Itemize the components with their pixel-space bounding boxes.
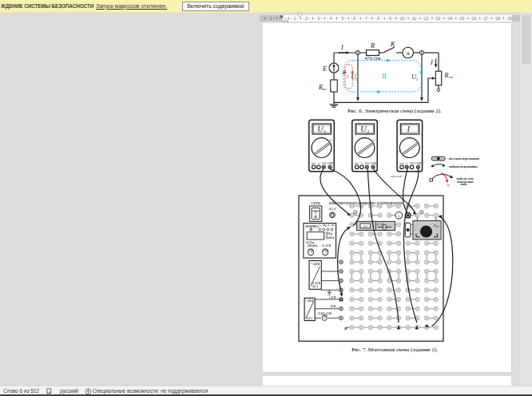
svg-text:Гц: Гц xyxy=(329,232,332,236)
svg-text:0,5 А: 0,5 А xyxy=(329,208,335,211)
svg-text:0,2 А: 0,2 А xyxy=(307,317,313,320)
svg-text:~ 5..15 В: ~ 5..15 В xyxy=(311,282,321,285)
svg-text:V =: V = xyxy=(330,139,334,142)
svg-text:R: R xyxy=(370,42,375,50)
svg-text:–15 В: –15 В xyxy=(328,305,336,308)
svg-text:A: A xyxy=(406,162,408,165)
svg-text:470: 470 xyxy=(363,225,367,228)
svg-text:Рис. 6. Электрическая схема (з: Рис. 6. Электрическая схема (задание 2). xyxy=(347,108,442,114)
svg-text:кр: кр xyxy=(447,184,451,187)
svg-text:1: 1 xyxy=(355,211,356,215)
svg-text:var: var xyxy=(436,225,439,228)
svg-text:0.. 15 В: 0.. 15 В xyxy=(323,244,332,248)
svg-text:K: K xyxy=(390,40,396,48)
svg-text:I: I xyxy=(340,43,344,51)
svg-text:470 Ом: 470 Ом xyxy=(365,55,381,61)
svg-text:кГц: кГц xyxy=(329,236,334,240)
svg-text:I: I xyxy=(346,73,349,80)
svg-text:VΩ: VΩ xyxy=(322,162,327,165)
svg-text:COM: COM xyxy=(370,162,377,165)
svg-text:A =: A = xyxy=(398,150,402,153)
svg-text:I: I xyxy=(430,58,434,66)
svg-text:V =: V = xyxy=(373,139,377,142)
svg-text:2: 2 xyxy=(416,77,419,81)
svg-text:- гибкая перемычка: - гибкая перемычка xyxy=(447,164,478,168)
svg-text:С: С xyxy=(337,287,339,290)
svg-text:СЕТЬ: СЕТЬ xyxy=(311,201,320,205)
svg-text:+15 В: +15 В xyxy=(329,296,336,299)
svg-text:- жесткая перемычка: - жесткая перемычка xyxy=(447,156,480,160)
svg-text:красный: красный xyxy=(391,174,403,178)
svg-text:Рис. 7. Монтажная схема (задан: Рис. 7. Монтажная схема (задание 2). xyxy=(351,346,438,353)
svg-text:0,2 А: 0,2 А xyxy=(312,285,319,288)
svg-text:COM: COM xyxy=(327,162,334,165)
svg-text:E: E xyxy=(322,65,328,73)
svg-text:I: I xyxy=(407,125,411,133)
svg-text:COM: COM xyxy=(415,162,422,165)
svg-text:A: A xyxy=(406,50,410,57)
svg-text:var: var xyxy=(449,75,454,79)
svg-text:БЛОК ГЕНЕРАТОРОВ НАПРЯЖЕНИЙ С: БЛОК ГЕНЕРАТОРОВ НАПРЯЖЕНИЙ С НАБОРНЫМ П… xyxy=(329,201,403,205)
svg-text:–15 В 0 +15 В: –15 В 0 +15 В xyxy=(316,312,332,315)
svg-text:ФОРМА: ФОРМА xyxy=(305,224,318,228)
svg-text:..200 кГц: ..200 кГц xyxy=(307,244,317,248)
svg-text:2: 2 xyxy=(367,129,369,134)
svg-text:~ 220 В: ~ 220 В xyxy=(311,263,320,266)
svg-text:1: 1 xyxy=(324,129,326,134)
svg-text:2: 2 xyxy=(421,211,423,215)
svg-text:II: II xyxy=(381,72,387,80)
svg-text:VΩ: VΩ xyxy=(365,162,370,165)
svg-text:тока: тока xyxy=(460,182,467,186)
svg-text:вн.: вн. xyxy=(323,87,328,91)
